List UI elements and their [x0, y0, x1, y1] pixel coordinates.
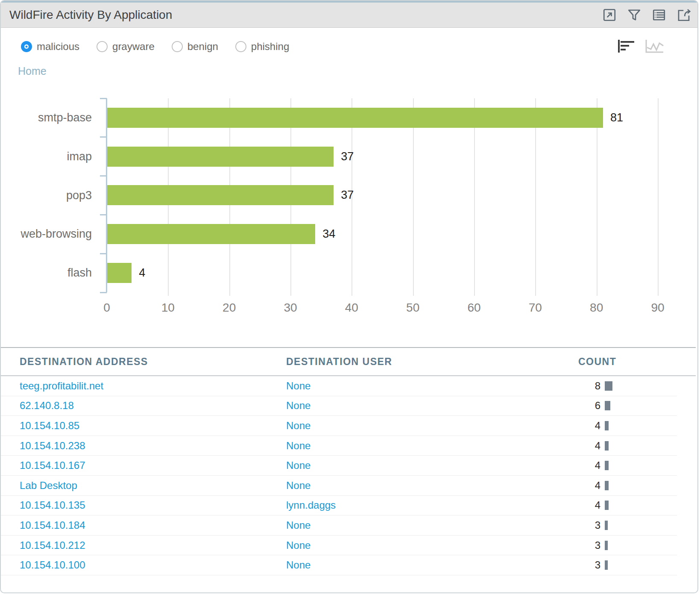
bar-row: 37 — [107, 176, 354, 215]
count-cell: 4 — [559, 420, 677, 432]
destination-user-link[interactable]: None — [267, 539, 559, 551]
count-cell: 4 — [559, 460, 677, 471]
radio-label: benign — [187, 41, 218, 53]
horizontal-bar-chart-toggle-icon[interactable] — [617, 39, 636, 53]
category-label: pop3 — [1, 176, 92, 215]
destination-address-link[interactable]: 10.154.10.135 — [1, 499, 267, 511]
x-axis-tick-label: 20 — [223, 301, 236, 315]
radio-button-icon[interactable] — [235, 41, 246, 52]
count-bar — [605, 401, 610, 410]
destination-user-link[interactable]: None — [267, 559, 559, 571]
table-row: 10.154.10.212None3 — [1, 536, 677, 556]
column-header-destination-user: DESTINATION USER — [267, 356, 559, 368]
verdict-radio-group: maliciousgraywarebenignphishing — [21, 37, 289, 56]
application-bar-chart: 0102030405060708090smtp-base81imap37pop3… — [1, 98, 698, 325]
radio-benign[interactable]: benign — [172, 41, 218, 53]
x-axis-tick-label: 90 — [651, 301, 664, 315]
x-axis-tick-label: 50 — [406, 301, 419, 315]
destination-user-link[interactable]: None — [267, 400, 559, 412]
gridline — [658, 98, 659, 296]
pop-out-icon[interactable] — [602, 7, 617, 23]
count-bar — [605, 441, 609, 451]
radio-button-icon[interactable] — [21, 41, 32, 52]
bar-row: 81 — [107, 98, 623, 137]
destination-user-link[interactable]: None — [267, 440, 559, 452]
count-value: 4 — [559, 480, 600, 492]
radio-grayware[interactable]: grayware — [97, 41, 155, 53]
bar-value-label: 81 — [610, 111, 623, 124]
category-label: flash — [1, 253, 92, 292]
category-label: smtp-base — [1, 98, 92, 137]
radio-malicious[interactable]: malicious — [21, 41, 79, 53]
bar-row: 37 — [107, 137, 354, 176]
destination-address-link[interactable]: Lab Desktop — [1, 480, 267, 492]
destination-address-link[interactable]: 10.154.10.212 — [1, 539, 267, 551]
filter-icon[interactable] — [627, 7, 642, 23]
destination-address-link[interactable]: 62.140.8.18 — [1, 400, 267, 412]
destination-address-link[interactable]: 10.154.10.184 — [1, 519, 267, 531]
count-bar — [605, 541, 608, 550]
breadcrumb-home-link[interactable]: Home — [18, 65, 47, 77]
radio-phishing[interactable]: phishing — [235, 41, 289, 53]
count-bar — [605, 421, 609, 430]
table-row: 10.154.10.184None3 — [1, 515, 677, 536]
bar-row: 34 — [107, 215, 335, 253]
destination-user-link[interactable]: None — [267, 420, 559, 432]
bar-value-label: 37 — [341, 189, 354, 202]
bar-web-browsing[interactable] — [107, 224, 315, 244]
y-axis-tick — [100, 98, 107, 99]
count-cell: 3 — [559, 539, 677, 551]
destinations-table: DESTINATION ADDRESS DESTINATION USER COU… — [1, 347, 698, 575]
count-value: 6 — [559, 400, 600, 412]
destination-user-link[interactable]: None — [267, 519, 559, 531]
radio-label: grayware — [112, 41, 155, 53]
bar-pop3[interactable] — [107, 185, 334, 205]
y-axis-tick — [100, 214, 107, 215]
count-cell: 4 — [559, 480, 677, 492]
destination-user-link[interactable]: None — [267, 460, 559, 471]
destination-user-link[interactable]: lynn.daggs — [267, 499, 559, 511]
line-chart-toggle-icon[interactable] — [645, 39, 665, 53]
bar-imap[interactable] — [107, 147, 334, 167]
table-row: 10.154.10.167None4 — [1, 456, 677, 476]
column-header-count: COUNT — [559, 356, 696, 368]
x-axis-tick-label: 60 — [467, 301, 480, 315]
table-row: Lab DesktopNone4 — [1, 476, 677, 496]
category-label: imap — [1, 137, 92, 176]
radio-button-icon[interactable] — [97, 41, 108, 52]
export-icon[interactable] — [676, 7, 691, 23]
x-axis-tick-label: 80 — [590, 301, 603, 315]
table-row: 10.154.10.135lynn.daggs4 — [1, 496, 677, 516]
table-body: teeg.profitabilit.netNone862.140.8.18Non… — [1, 376, 677, 575]
bar-flash[interactable] — [107, 263, 132, 283]
table-row: 62.140.8.18None6 — [1, 396, 677, 416]
destination-user-link[interactable]: None — [267, 480, 559, 492]
controls-row: maliciousgraywarebenignphishing — [1, 37, 697, 56]
chart-type-toggles — [617, 39, 665, 53]
widget-title: WildFire Activity By Application — [9, 8, 602, 22]
table-row: 10.154.10.85None4 — [1, 416, 677, 436]
bar-row: 4 — [107, 253, 145, 292]
table-row: 10.154.10.238None4 — [1, 436, 677, 456]
table-view-icon[interactable] — [651, 7, 667, 23]
radio-button-icon[interactable] — [172, 41, 183, 52]
destination-address-link[interactable]: teeg.profitabilit.net — [1, 380, 267, 392]
destination-address-link[interactable]: 10.154.10.100 — [1, 559, 267, 571]
count-bar — [605, 481, 609, 490]
y-axis-tick — [100, 253, 107, 254]
table-row: teeg.profitabilit.netNone8 — [1, 376, 677, 396]
count-bar — [605, 381, 612, 391]
destination-address-link[interactable]: 10.154.10.167 — [1, 460, 267, 471]
bar-value-label: 4 — [139, 266, 145, 280]
bar-smtp-base[interactable] — [107, 108, 603, 128]
bar-value-label: 34 — [322, 227, 335, 241]
destination-user-link[interactable]: None — [267, 380, 559, 392]
x-axis-tick-label: 10 — [161, 301, 175, 315]
destination-address-link[interactable]: 10.154.10.238 — [1, 440, 267, 452]
count-cell: 4 — [559, 499, 677, 511]
count-value: 4 — [559, 460, 600, 471]
table-header-row: DESTINATION ADDRESS DESTINATION USER COU… — [1, 347, 696, 376]
count-cell: 6 — [559, 400, 677, 412]
count-cell: 4 — [559, 440, 677, 452]
destination-address-link[interactable]: 10.154.10.85 — [1, 420, 267, 432]
